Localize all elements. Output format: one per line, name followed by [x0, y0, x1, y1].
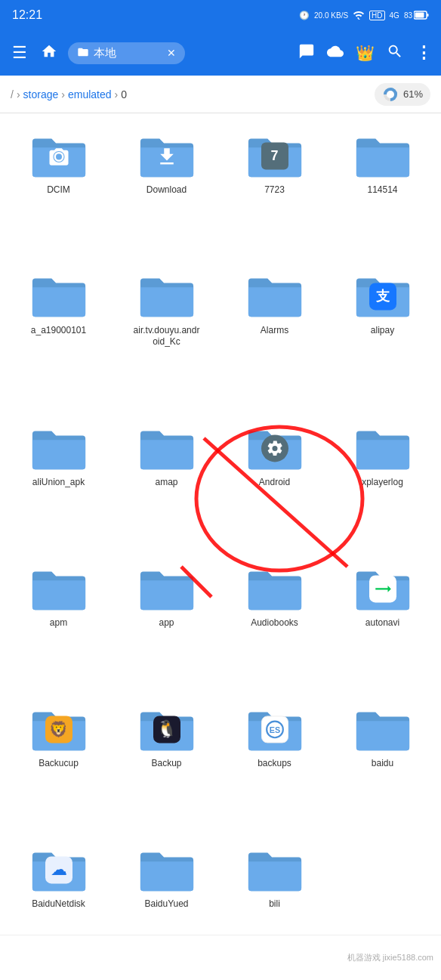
menu-button[interactable]: ☰ [9, 40, 30, 66]
file-name: alipay [371, 325, 394, 337]
list-item[interactable]: Android [222, 413, 327, 551]
status-time: 12:21 [12, 8, 42, 22]
file-grid: DCIM Download 7 7723 [0, 113, 441, 980]
file-name: a_a19000101 [31, 325, 86, 337]
list-item[interactable]: amap [114, 413, 219, 551]
list-item[interactable]: a_a19000101 [6, 261, 111, 410]
alipay-icon: 支 [369, 286, 396, 313]
breadcrumb-sep-1: › [17, 88, 20, 100]
list-item[interactable]: ES backups [222, 694, 327, 832]
file-name: BaiduYued [144, 898, 188, 910]
breadcrumb-bar: / › storage › emulated › 0 61% [0, 76, 441, 113]
backups-es-icon: ES [261, 719, 288, 747]
file-name: air.tv.douyu.android_Kc [133, 325, 201, 348]
cloud-icon[interactable] [327, 43, 344, 63]
storage-link[interactable]: storage [23, 88, 59, 100]
list-item[interactable]: air.tv.douyu.android_Kc [114, 261, 219, 410]
chat-icon[interactable] [298, 43, 315, 63]
file-name: baidu [372, 758, 393, 770]
autonavi-icon [369, 579, 396, 606]
list-item[interactable]: autonavi [330, 554, 435, 691]
file-name: 7723 [264, 184, 285, 196]
file-name: aliUnion_apk [32, 477, 85, 489]
search-icon[interactable] [387, 43, 403, 63]
status-bar: 12:21 🕐 20.0 KB/S HD 4G 83 [0, 0, 441, 30]
list-item[interactable]: 114514 [330, 121, 435, 258]
crown-icon[interactable]: 👑 [356, 44, 375, 62]
file-name: amap [155, 477, 177, 489]
list-item[interactable]: Alarms [222, 261, 327, 410]
file-name: app [159, 617, 174, 629]
file-name: 114514 [367, 184, 397, 196]
file-name: xplayerlog [362, 477, 403, 489]
list-item[interactable]: xplayerlog [330, 413, 435, 551]
svg-point-4 [387, 91, 394, 98]
local-tab[interactable]: 本地 ✕ [68, 42, 185, 64]
list-item[interactable]: Audiobooks [222, 554, 327, 691]
file-name: BaiduNetdisk [32, 898, 85, 910]
folder-link[interactable]: 0 [121, 88, 127, 100]
svg-rect-2 [415, 13, 424, 18]
file-name: backups [258, 758, 291, 770]
list-item[interactable]: apm [6, 554, 111, 691]
list-item[interactable]: 🦁 Backucup [6, 694, 111, 832]
dcim-icon [48, 145, 70, 172]
list-item[interactable]: app [114, 554, 219, 691]
breadcrumb-sep-2: › [61, 88, 65, 100]
backucup-icon: 🦁 [45, 719, 72, 747]
breadcrumb: / › storage › emulated › 0 [11, 88, 375, 100]
storage-percent: 61% [403, 88, 423, 100]
wifi-icon [353, 9, 365, 21]
backup-qq-icon: 🐧 [153, 719, 180, 747]
more-options-icon[interactable]: ⋮ [415, 43, 432, 63]
file-name: bili [269, 898, 280, 910]
network-speed: 20.0 KB/S [314, 11, 348, 20]
tab-file-icon [77, 46, 89, 60]
storage-indicator: 61% [375, 83, 430, 106]
battery-indicator: 83 [404, 11, 429, 20]
status-icons: 🕐 20.0 KB/S HD 4G 83 [299, 9, 429, 21]
list-item[interactable]: 7 7723 [222, 121, 327, 258]
baidunet-icon: ☁ [45, 859, 72, 886]
file-name: Backup [151, 758, 181, 770]
clock-icon: 🕐 [299, 11, 310, 20]
file-name: Download [146, 184, 187, 196]
tab-label: 本地 [94, 46, 116, 60]
svg-text:ES: ES [269, 725, 279, 734]
file-name: DCIM [47, 184, 70, 196]
file-name: Backucup [39, 758, 79, 770]
root-slash[interactable]: / [11, 88, 14, 100]
nav-bar: ☰ 本地 ✕ 👑 ⋮ [0, 30, 441, 76]
signal-icon: 4G [390, 11, 399, 20]
nav-right-actions: 👑 ⋮ [298, 43, 432, 63]
file-name: apm [50, 617, 67, 629]
download-icon [156, 145, 178, 172]
list-item[interactable]: DCIM [6, 121, 111, 258]
storage-pie-chart [382, 86, 399, 103]
file-name: Audiobooks [251, 617, 298, 629]
breadcrumb-sep-3: › [115, 88, 119, 100]
file-name: Android [259, 477, 290, 489]
list-item[interactable]: aliUnion_apk [6, 413, 111, 551]
list-item[interactable]: 🐧 Backup [114, 694, 219, 832]
7723-icon: 7 [261, 145, 288, 172]
file-name: Alarms [261, 325, 288, 337]
svg-rect-1 [427, 14, 429, 17]
file-name: autonavi [365, 617, 399, 629]
tab-close-button[interactable]: ✕ [167, 47, 176, 59]
list-item[interactable]: baidu [330, 694, 435, 832]
home-button[interactable] [38, 40, 60, 66]
android-settings-icon [261, 438, 288, 465]
list-item[interactable]: Download [114, 121, 219, 258]
bottom-bar: 机器游戏 jixie5188.com [0, 935, 441, 980]
list-item[interactable]: 支 alipay [330, 261, 435, 410]
hd-badge: HD [369, 11, 384, 20]
emulated-link[interactable]: emulated [68, 88, 112, 100]
watermark: 机器游戏 jixie5188.com [347, 952, 433, 963]
